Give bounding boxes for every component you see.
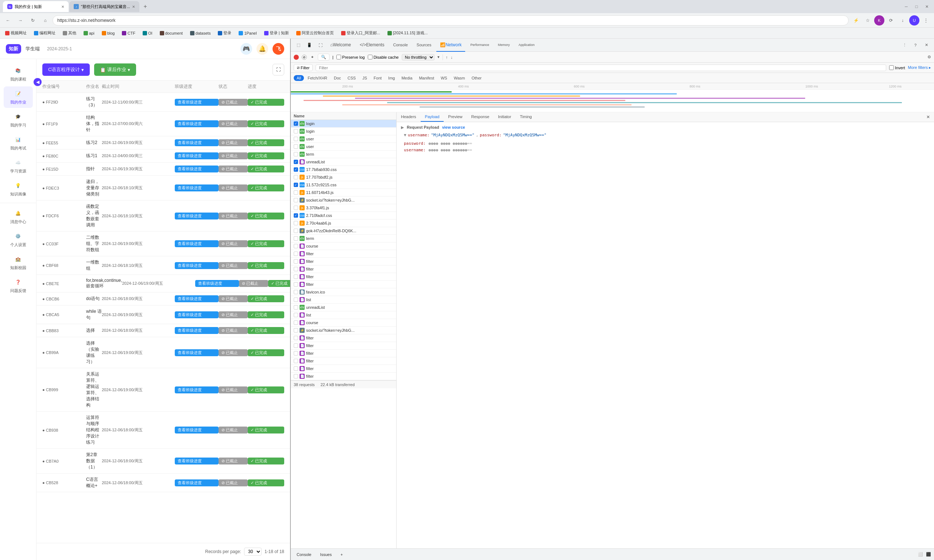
net-tab-font[interactable]: Font [371,75,385,81]
bookmark-code[interactable]: 编程网址 [32,29,58,37]
devtools-zoom-btn[interactable]: ⛶ [316,40,325,50]
account-button[interactable]: K [874,15,885,26]
sidebar-item-messages[interactable]: 🔔 消息中心 [4,206,33,228]
bookmark-video[interactable]: 视频网址 [3,29,29,37]
devtools-tab-network[interactable]: 📶 Network [436,38,465,52]
sidebar-toggle-button[interactable]: ◀ [34,78,42,86]
bookmark-1panel[interactable]: 1Panel [236,30,259,36]
request-checkbox[interactable] [294,229,298,233]
sidebar-item-exam[interactable]: 📊 我的考试 [4,132,33,154]
devtools-tab-elements[interactable]: </> Elements [356,38,388,52]
bookmark-login-zhixin[interactable]: 登录 | 知新 [262,29,291,37]
request-item-user[interactable]: xhr user [291,135,396,143]
net-tab-wasm[interactable]: Wasm [451,75,468,81]
detail-tab-payload[interactable]: Payload [421,112,444,122]
devtools-tab-sources[interactable]: Sources [413,38,435,52]
request-checkbox[interactable] [294,137,298,141]
settings-icon[interactable]: ⚙ [928,55,931,59]
import-btn[interactable]: ↑ [446,55,448,59]
request-item-gok[interactable]: ⚡ gok-H7zzDkdnRel8-DQ6K... [291,227,396,235]
request-item-course[interactable]: 📄 course [291,242,396,250]
class-progress-btn[interactable]: 查看班级进度 [175,185,219,191]
request-checkbox[interactable] [294,297,298,302]
request-item-list[interactable]: 📄 list [291,296,396,304]
class-progress-btn[interactable]: 查看班级进度 [175,349,219,356]
bookmark-game[interactable]: [2024.11.15] 游戏... [385,29,430,37]
request-checkbox[interactable] [294,320,298,325]
menu-button[interactable]: ⋮ [921,15,931,26]
sidebar-item-campus[interactable]: 🏫 知新校园 [4,252,33,274]
sidebar-item-knowledge[interactable]: 💡 知识画像 [4,178,33,200]
net-tab-fetch[interactable]: Fetch/XHR [305,75,330,81]
request-item-filter2[interactable]: 📄 filter [291,258,396,265]
class-progress-btn[interactable]: 查看班级进度 [175,212,219,220]
request-checkbox[interactable] [294,374,298,378]
clear-btn[interactable]: ⊘ [302,55,307,60]
devtools-dock-btn[interactable]: ⬜ [918,552,923,557]
class-progress-btn[interactable]: 查看班级进度 [175,99,219,106]
bookmark-datasets[interactable]: datasets [188,30,213,36]
expand-button[interactable]: ⛶ [273,64,284,75]
request-checkbox[interactable] [294,198,298,202]
records-per-page-select[interactable]: 30 [244,548,262,555]
devtools-tab-memory[interactable]: Memory [494,38,514,52]
class-progress-btn[interactable]: 查看班级进度 [175,152,219,159]
throttle-arrow[interactable]: ▾ [438,55,440,59]
request-checkbox[interactable] [294,206,298,210]
sidebar-item-feedback[interactable]: ❓ 问题反馈 [4,275,33,296]
class-progress-btn[interactable]: 查看班级进度 [175,458,219,465]
request-checkbox[interactable] [294,221,298,225]
request-item-filter8[interactable]: 📄 filter [291,350,396,357]
minimize-button[interactable]: ─ [902,2,911,11]
export-btn[interactable]: ↓ [451,55,453,59]
back-button[interactable]: ← [3,15,13,26]
devtools-tab-welcome[interactable]: ⌂ Welcome [327,38,354,52]
class-progress-btn[interactable]: 查看班级进度 [175,166,219,172]
request-item-socket2[interactable]: ⚡ socket.io/?token=eyJhbG... [291,327,396,334]
request-item-term2[interactable]: xhr term [291,235,396,242]
more-filters-link[interactable]: More filters ▸ [908,65,931,70]
net-tab-media[interactable]: Media [398,75,415,81]
request-checkbox[interactable] [294,167,298,172]
net-tab-ws[interactable]: WS [438,75,450,81]
game-icon-btn[interactable]: 🎮 [240,43,252,55]
tab-close-button[interactable]: ✕ [61,5,64,9]
home-button[interactable]: ⌂ [40,15,50,26]
invert-checkbox[interactable] [889,65,894,70]
address-bar[interactable]: https://stu.z-xin.net/homework [52,15,849,26]
view-source-link[interactable]: view source [442,125,465,129]
request-checkbox[interactable] [294,122,298,126]
request-item-login[interactable]: xhr login [291,128,396,135]
detail-tab-headers[interactable]: Headers [396,112,421,122]
request-checkbox[interactable] [294,305,298,309]
request-item-unreadlist[interactable]: 📄 unreadList [291,158,396,166]
request-item-js4[interactable]: js 2.70c4aab6.js [291,220,396,227]
net-tab-js[interactable]: JS [359,75,370,81]
devtools-inspect-btn[interactable]: ⬚ [294,40,303,50]
bookmark-api[interactable]: api [82,30,97,36]
refresh-button[interactable]: ↻ [28,15,38,26]
sidebar-item-courses[interactable]: 📚 我的课程 [4,63,33,85]
filter-toggle-btn[interactable]: ⌖ [310,55,315,60]
detail-tab-preview[interactable]: Preview [444,112,467,122]
bookmark-other[interactable]: 其他 [60,29,79,37]
devtools-help-btn[interactable]: ? [911,40,920,50]
class-progress-btn[interactable]: 查看班级进度 [175,386,219,393]
filter-text-input[interactable] [316,65,886,71]
request-item-js3[interactable]: js 3.370fa4f1.js [291,204,396,212]
request-item-css3[interactable]: css 2.710fadcf.css [291,212,396,220]
request-checkbox[interactable] [294,252,298,256]
net-tab-all[interactable]: All [294,75,304,81]
bookmark-aliyun[interactable]: 阿里云控制台首页 [294,29,336,37]
request-checkbox[interactable] [294,160,298,164]
tab-inactive[interactable]: ♪ "那些只打高端局的宝藏音... ✕ [69,1,139,12]
devtools-more-btn[interactable]: ⋮ [900,40,909,50]
net-tab-other[interactable]: Other [469,75,484,81]
request-checkbox[interactable] [294,129,298,134]
devtools-close-btn[interactable]: ✕ [922,40,931,50]
disable-cache-checkbox[interactable] [368,55,373,59]
request-item-js2[interactable]: js 11.60714b43.js [291,189,396,197]
maximize-button[interactable]: □ [912,2,921,11]
close-button[interactable]: ✕ [922,2,931,11]
detail-tab-response[interactable]: Response [467,112,494,122]
